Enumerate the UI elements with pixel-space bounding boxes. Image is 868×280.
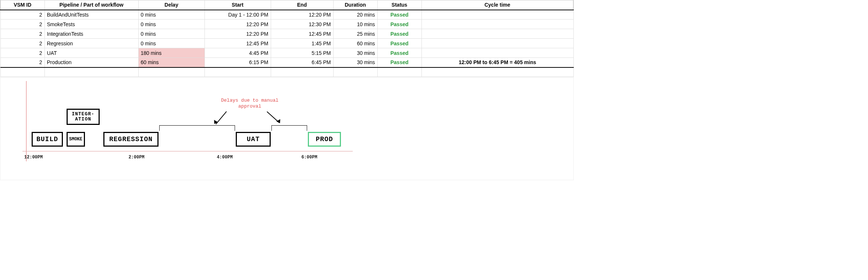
table-row: 2UAT180 mins4:45 PM5:15 PM30 minsPassed <box>0 48 573 58</box>
cell-delay: 0 mins <box>138 39 204 48</box>
cell-cycle <box>421 39 573 48</box>
cell-start: 12:45 PM <box>204 39 271 48</box>
col-status: Status <box>377 0 421 10</box>
table-row: 2Regression0 mins12:45 PM1:45 PM60 minsP… <box>0 39 573 48</box>
vsm-table: VSM ID Pipeline / Part of workflow Delay… <box>0 0 574 77</box>
header-row: VSM ID Pipeline / Part of workflow Delay… <box>0 0 573 10</box>
col-vsm-id: VSM ID <box>0 0 45 10</box>
cell-vsm-id: 2 <box>0 39 45 48</box>
cell-pipeline: SmokeTests <box>45 20 138 29</box>
tick-label: 12:00PM <box>24 155 43 160</box>
cell-end: 6:45 PM <box>271 58 333 67</box>
cell-cycle <box>421 29 573 39</box>
cell-status: Passed <box>377 20 421 29</box>
stage-uat: UAT <box>236 132 271 147</box>
blank-cell <box>271 67 333 77</box>
cell-duration: 10 mins <box>333 20 377 29</box>
stage-integration: INTEGR-ATION <box>67 109 100 125</box>
cell-duration: 20 mins <box>333 10 377 20</box>
col-duration: Duration <box>333 0 377 10</box>
cell-pipeline: IntegrationTests <box>45 29 138 39</box>
cell-delay: 0 mins <box>138 20 204 29</box>
table-row: 2BuildAndUnitTests0 minsDay 1 - 12:00 PM… <box>0 10 573 20</box>
cell-start: Day 1 - 12:00 PM <box>204 10 271 20</box>
cell-delay: 0 mins <box>138 10 204 20</box>
cell-start: 12:20 PM <box>204 29 271 39</box>
cell-vsm-id: 2 <box>0 20 45 29</box>
cell-delay: 0 mins <box>138 29 204 39</box>
arrow-head-icon <box>213 120 218 125</box>
cell-cycle: 12:00 PM to 6:45 PM = 405 mins <box>421 58 573 67</box>
stage-smoke: SMOKE <box>67 132 85 147</box>
blank-cell <box>204 67 271 77</box>
cell-end: 1:45 PM <box>271 39 333 48</box>
cell-status: Passed <box>377 48 421 58</box>
delay-annotation: Delays due to manualapproval <box>221 98 278 109</box>
cell-vsm-id: 2 <box>0 48 45 58</box>
cell-pipeline: Regression <box>45 39 138 48</box>
bracket-delay-prod <box>271 125 307 130</box>
blank-cell <box>138 67 204 77</box>
cell-vsm-id: 2 <box>0 58 45 67</box>
col-pipeline: Pipeline / Part of workflow <box>45 0 138 10</box>
stage-prod: PROD <box>308 132 341 147</box>
cell-status: Passed <box>377 10 421 20</box>
table-row: 2Production60 mins6:15 PM6:45 PM30 minsP… <box>0 58 573 67</box>
cell-duration: 25 mins <box>333 29 377 39</box>
blank-cell <box>377 67 421 77</box>
col-cycle: Cycle time <box>421 0 573 10</box>
cell-status: Passed <box>377 39 421 48</box>
cell-end: 12:45 PM <box>271 29 333 39</box>
x-axis <box>22 151 353 151</box>
cell-start: 6:15 PM <box>204 58 271 67</box>
bracket-delay-uat <box>159 125 235 130</box>
cell-start: 12:20 PM <box>204 20 271 29</box>
cell-duration: 30 mins <box>333 58 377 67</box>
blank-cell <box>45 67 138 77</box>
col-delay: Delay <box>138 0 204 10</box>
cell-delay: 60 mins <box>138 58 204 67</box>
stage-regression: REGRESSION <box>103 132 159 147</box>
stage-build: BUILD <box>32 132 63 147</box>
tick-label: 4:00PM <box>217 155 232 160</box>
blank-cell <box>333 67 377 77</box>
cell-status: Passed <box>377 29 421 39</box>
cell-pipeline: UAT <box>45 48 138 58</box>
cell-end: 5:15 PM <box>271 48 333 58</box>
cell-cycle <box>421 10 573 20</box>
tick-label: 6:00PM <box>301 155 317 160</box>
y-axis <box>26 81 26 161</box>
blank-cell <box>421 67 573 77</box>
cell-pipeline: BuildAndUnitTests <box>45 10 138 20</box>
cell-cycle <box>421 20 573 29</box>
cell-pipeline: Production <box>45 58 138 67</box>
cell-duration: 60 mins <box>333 39 377 48</box>
timeline-diagram: Delays due to manualapproval 12:00PM2:00… <box>0 77 574 180</box>
tick-label: 2:00PM <box>128 155 144 160</box>
cell-duration: 30 mins <box>333 48 377 58</box>
cell-end: 12:20 PM <box>271 10 333 20</box>
arrow-head-icon <box>277 119 282 125</box>
table-row: 2SmokeTests0 mins12:20 PM12:30 PM10 mins… <box>0 20 573 29</box>
table-row-blank <box>0 67 573 77</box>
cell-start: 4:45 PM <box>204 48 271 58</box>
cell-vsm-id: 2 <box>0 10 45 20</box>
col-start: Start <box>204 0 271 10</box>
cell-cycle <box>421 48 573 58</box>
cell-status: Passed <box>377 58 421 67</box>
cell-delay: 180 mins <box>138 48 204 58</box>
cell-vsm-id: 2 <box>0 29 45 39</box>
cell-end: 12:30 PM <box>271 20 333 29</box>
blank-cell <box>0 67 45 77</box>
table-row: 2IntegrationTests0 mins12:20 PM12:45 PM2… <box>0 29 573 39</box>
col-end: End <box>271 0 333 10</box>
